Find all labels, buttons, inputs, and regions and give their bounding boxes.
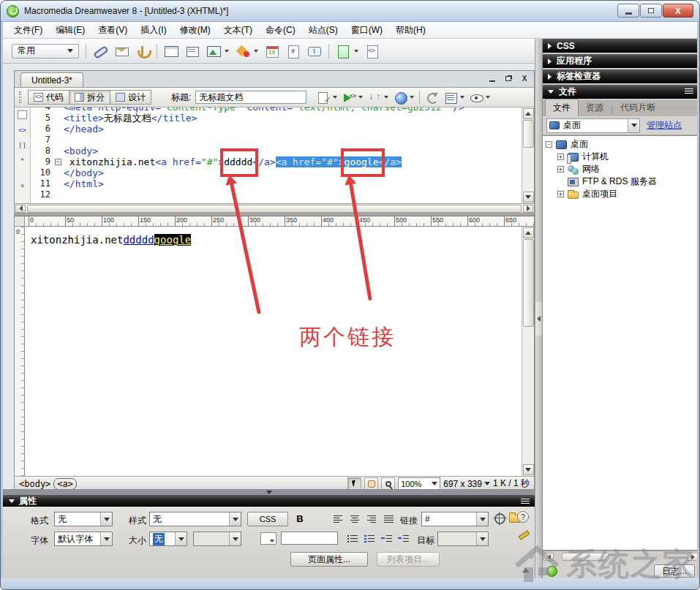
code-view[interactable]: <> [] * » 4<meta http-equiv="Content-Typ… bbox=[15, 107, 534, 204]
collapse-full-tag-icon[interactable]: <> bbox=[18, 126, 27, 135]
dock-collapse-button[interactable] bbox=[535, 302, 542, 336]
tree-expander-icon[interactable]: + bbox=[557, 166, 564, 173]
visual-aids-icon[interactable] bbox=[470, 91, 483, 105]
manage-sites-link[interactable]: 管理站点 bbox=[647, 119, 682, 132]
insert-category-select[interactable]: 常用 bbox=[12, 44, 79, 58]
files-horizontal-scrollbar[interactable] bbox=[543, 551, 699, 562]
collapse-selection-icon[interactable]: [] bbox=[18, 141, 27, 150]
font-select[interactable]: 默认字体 bbox=[54, 532, 113, 546]
view-options-icon[interactable] bbox=[444, 91, 458, 105]
scroll-right-icon[interactable] bbox=[523, 205, 533, 213]
panel-menu-icon[interactable] bbox=[521, 499, 530, 505]
templates-icon[interactable] bbox=[336, 44, 350, 58]
date-icon[interactable] bbox=[265, 44, 279, 58]
tree-expander-icon[interactable]: + bbox=[557, 154, 564, 160]
bold-button[interactable]: B bbox=[293, 512, 307, 526]
view-button-split[interactable]: 拆分 bbox=[69, 90, 110, 105]
preview-browser-icon[interactable] bbox=[394, 91, 407, 105]
panel-header-标签检查器[interactable]: 标签检查器 bbox=[543, 69, 699, 83]
tree-item[interactable]: +计算机 bbox=[543, 151, 699, 163]
code-line[interactable]: 9− xitonzhijia.net<a href="#">ddddd</a><… bbox=[31, 156, 522, 167]
css-button[interactable]: CSS bbox=[247, 512, 288, 526]
menu-item[interactable]: 窗口(W) bbox=[345, 22, 389, 39]
scroll-left-icon[interactable] bbox=[543, 553, 554, 561]
properties-expand-icon[interactable] bbox=[522, 568, 530, 572]
code-line[interactable]: 4<meta http-equiv="Content-Type" content… bbox=[31, 107, 522, 113]
outdent-icon[interactable] bbox=[380, 533, 393, 543]
code-vertical-scrollbar[interactable] bbox=[522, 107, 534, 203]
scroll-down-icon[interactable] bbox=[523, 464, 534, 475]
align-right-icon[interactable] bbox=[366, 514, 378, 524]
image-icon[interactable] bbox=[206, 44, 221, 58]
scrollbar-thumb[interactable] bbox=[562, 553, 609, 561]
log-button[interactable]: 日志... bbox=[654, 564, 695, 578]
comment-icon[interactable] bbox=[307, 44, 322, 58]
table-icon[interactable] bbox=[164, 44, 178, 58]
design-link-ddddd[interactable]: ddddd bbox=[123, 234, 154, 246]
files-tab-0[interactable]: 文件 bbox=[545, 99, 579, 116]
panel-header-css[interactable]: CSS bbox=[543, 39, 699, 53]
quick-tag-edit-icon[interactable] bbox=[517, 529, 529, 540]
menu-item[interactable]: 插入(I) bbox=[134, 22, 173, 39]
menu-item[interactable]: 文件(F) bbox=[7, 22, 49, 39]
code-editor[interactable]: 4<meta http-equiv="Content-Type" content… bbox=[31, 107, 522, 203]
chevron-down-icon[interactable] bbox=[354, 50, 358, 53]
zoom-tool-button[interactable] bbox=[381, 477, 395, 490]
minimize-button[interactable] bbox=[617, 4, 639, 18]
chevron-down-icon[interactable] bbox=[225, 50, 229, 53]
code-horizontal-scrollbar[interactable] bbox=[15, 204, 534, 213]
chevron-down-icon[interactable] bbox=[333, 96, 337, 99]
align-justify-icon[interactable] bbox=[383, 514, 395, 524]
titlebar[interactable]: Macromedia Dreamweaver 8 - [Untitled-3 (… bbox=[1, 1, 699, 22]
view-button-code[interactable]: 代码 bbox=[28, 90, 69, 105]
code-fold-icon[interactable]: − bbox=[55, 159, 61, 165]
menu-item[interactable]: 文本(T) bbox=[217, 22, 259, 39]
tag-chooser-icon[interactable] bbox=[365, 44, 380, 58]
chevron-down-icon[interactable] bbox=[358, 96, 363, 99]
panel-header-应用程序[interactable]: 应用程序 bbox=[543, 54, 699, 68]
named-anchor-icon[interactable] bbox=[135, 44, 150, 58]
chevron-down-icon[interactable] bbox=[410, 96, 414, 99]
close-button[interactable]: X bbox=[663, 4, 693, 18]
link-input[interactable]: # bbox=[421, 512, 489, 526]
files-tab-2[interactable]: 代码片断 bbox=[613, 99, 663, 116]
scrollbar-thumb[interactable] bbox=[523, 120, 534, 148]
help-icon[interactable]: ? bbox=[517, 511, 529, 523]
menu-item[interactable]: 站点(S) bbox=[302, 22, 345, 39]
file-management-icon[interactable] bbox=[368, 91, 382, 105]
browser-check-icon[interactable] bbox=[317, 91, 331, 105]
align-left-icon[interactable] bbox=[332, 514, 345, 524]
dock-splitter[interactable] bbox=[535, 39, 543, 580]
tag-selector-a-selected[interactable]: <a> bbox=[53, 478, 77, 490]
ordered-list-icon[interactable] bbox=[364, 533, 376, 543]
tag-selector-body[interactable]: <body> bbox=[19, 479, 50, 489]
tagged-document-icon[interactable] bbox=[286, 44, 301, 58]
doc-close-button[interactable]: X bbox=[519, 74, 530, 83]
tree-item[interactable]: +桌面项目 bbox=[543, 188, 699, 200]
select-tool-button[interactable] bbox=[347, 477, 361, 490]
scroll-down-icon[interactable] bbox=[523, 192, 534, 203]
menu-item[interactable]: 编辑(E) bbox=[49, 22, 91, 39]
tree-item[interactable]: -桌面 bbox=[543, 138, 699, 151]
site-select[interactable]: 桌面 bbox=[546, 118, 640, 133]
menu-item[interactable]: 帮助(H) bbox=[389, 22, 432, 39]
properties-header[interactable]: 属性 bbox=[3, 495, 535, 507]
refresh-icon[interactable] bbox=[425, 91, 439, 105]
scroll-right-icon[interactable] bbox=[688, 553, 698, 561]
point-to-file-icon[interactable] bbox=[494, 513, 505, 524]
chevron-down-icon[interactable] bbox=[384, 96, 388, 99]
indent-icon[interactable] bbox=[397, 533, 410, 543]
view-button-design[interactable]: 设计 bbox=[110, 90, 151, 105]
code-line[interactable]: 10</body> bbox=[31, 167, 522, 178]
chevron-down-icon[interactable] bbox=[460, 96, 464, 99]
files-tab-1[interactable]: 资源 bbox=[579, 99, 611, 116]
chevron-down-icon[interactable] bbox=[486, 96, 490, 99]
italic-button[interactable] bbox=[309, 512, 323, 526]
zoom-level-select[interactable]: 100% bbox=[398, 477, 440, 490]
design-vertical-scrollbar[interactable] bbox=[522, 227, 534, 476]
hand-tool-button[interactable] bbox=[364, 477, 378, 490]
expand-all-icon[interactable]: * bbox=[18, 156, 27, 165]
doc-title-input[interactable] bbox=[195, 91, 306, 104]
code-line[interactable]: 7 bbox=[31, 135, 522, 145]
email-link-icon[interactable] bbox=[114, 44, 129, 58]
